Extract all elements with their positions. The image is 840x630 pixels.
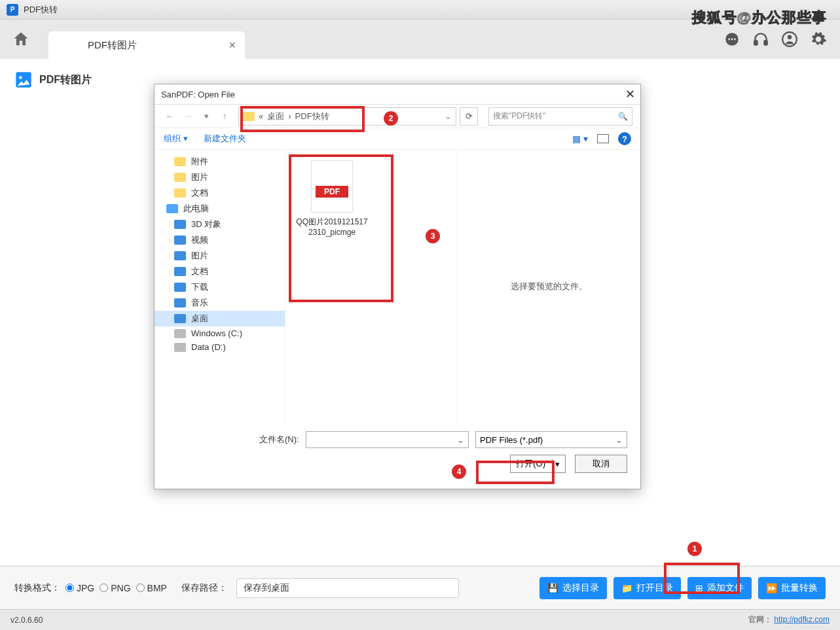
refresh-icon[interactable]: ⟳ bbox=[460, 107, 478, 126]
blue-icon bbox=[174, 267, 186, 276]
chat-icon[interactable] bbox=[723, 31, 740, 48]
tree-item-视频[interactable]: 视频 bbox=[155, 232, 285, 248]
folder-icon bbox=[174, 188, 186, 198]
annotation-badge-1: 1 bbox=[687, 542, 702, 556]
folder-icon bbox=[174, 173, 186, 182]
dialog-toolbar: 组织 ▾ 新建文件夹 ▦ ▾ ? bbox=[155, 128, 640, 150]
preview-message: 选择要预览的文件。 bbox=[511, 281, 587, 292]
file-item-pdf[interactable]: QQ图片20191215172310_picmge bbox=[296, 160, 368, 237]
chevron-down-icon[interactable]: ⌄ bbox=[445, 111, 452, 121]
help-icon[interactable]: ? bbox=[618, 132, 631, 145]
save-path-label: 保存路径： bbox=[181, 582, 227, 594]
svg-rect-4 bbox=[754, 41, 757, 44]
headphones-icon[interactable] bbox=[752, 31, 769, 48]
tree-item-label: 音乐 bbox=[191, 297, 208, 309]
open-file-dialog: SanPDF: Open File ✕ ← → ▾ ↑ « 桌面 › PDF快转… bbox=[154, 84, 641, 489]
search-icon[interactable]: 🔍 bbox=[618, 112, 628, 121]
view-mode-icon[interactable]: ▦ ▾ bbox=[572, 133, 588, 144]
annotation-badge-3: 3 bbox=[426, 229, 440, 243]
tree-item-音乐[interactable]: 音乐 bbox=[155, 295, 285, 311]
new-folder-button[interactable]: 新建文件夹 bbox=[204, 133, 246, 145]
save-path-input[interactable]: 保存到桌面 bbox=[236, 578, 459, 598]
blue-icon bbox=[174, 236, 186, 245]
tree-item-此电脑[interactable]: 此电脑 bbox=[155, 201, 285, 217]
breadcrumb-part-1[interactable]: PDF快转 bbox=[295, 111, 329, 122]
tree-item-文档[interactable]: 文档 bbox=[155, 185, 285, 201]
blue-icon bbox=[174, 220, 186, 229]
batch-convert-button[interactable]: ⏩批量转换 bbox=[758, 577, 826, 599]
nav-recent-icon[interactable]: ▾ bbox=[199, 111, 213, 121]
folder-tree[interactable]: 附件图片文档此电脑3D 对象视频图片文档下载音乐桌面Windows (C:)Da… bbox=[155, 150, 285, 423]
tree-item-label: Windows (C:) bbox=[191, 328, 242, 338]
nav-back-icon[interactable]: ← bbox=[162, 111, 177, 121]
tree-item-桌面[interactable]: 桌面 bbox=[155, 311, 285, 326]
radio-bmp[interactable]: BMP bbox=[136, 583, 167, 593]
tree-item-图片[interactable]: 图片 bbox=[155, 248, 285, 264]
format-label: 转换格式： bbox=[14, 582, 60, 594]
search-input[interactable]: 搜索"PDF快转" 🔍 bbox=[488, 107, 632, 126]
folder-icon bbox=[174, 157, 186, 166]
pdf-file-icon bbox=[311, 160, 353, 213]
open-dropdown-icon[interactable]: ▾ bbox=[552, 459, 560, 469]
tree-item-label: 附件 bbox=[191, 156, 208, 167]
tree-item-label: 3D 对象 bbox=[191, 219, 221, 230]
watermark-text: 搜狐号@办公那些事 bbox=[692, 8, 827, 27]
tree-item-附件[interactable]: 附件 bbox=[155, 154, 285, 169]
radio-jpg[interactable]: JPG bbox=[65, 583, 94, 593]
nav-up-icon[interactable]: ↑ bbox=[217, 111, 232, 121]
app-title: PDF快转 bbox=[24, 4, 58, 16]
dialog-close-icon[interactable]: ✕ bbox=[625, 87, 635, 101]
tree-item-label: 视频 bbox=[191, 234, 208, 246]
tree-item-Data (D:)[interactable]: Data (D:) bbox=[155, 340, 285, 354]
tree-item-图片[interactable]: 图片 bbox=[155, 169, 285, 185]
site-label: 官网： bbox=[748, 615, 772, 624]
breadcrumb-prefix: « bbox=[259, 111, 263, 121]
pc-icon bbox=[166, 204, 178, 213]
tree-item-下载[interactable]: 下载 bbox=[155, 279, 285, 295]
choose-dir-button[interactable]: 💾选择目录 bbox=[539, 577, 607, 599]
home-icon[interactable] bbox=[12, 30, 30, 48]
organize-menu[interactable]: 组织 ▾ bbox=[164, 133, 188, 145]
blue-icon bbox=[174, 283, 186, 292]
dialog-bottom: 文件名(N): ⌄ PDF Files (*.pdf) ⌄ 打开(O) ▾ 取消 bbox=[155, 423, 640, 481]
chevron-right-icon: › bbox=[288, 111, 291, 121]
tree-item-Windows (C:)[interactable]: Windows (C:) bbox=[155, 326, 285, 340]
annotation-badge-4: 4 bbox=[452, 464, 466, 479]
user-icon[interactable] bbox=[781, 31, 798, 48]
open-button[interactable]: 打开(O) ▾ bbox=[510, 455, 566, 473]
open-dir-button[interactable]: 📁打开目录 bbox=[613, 577, 681, 599]
status-bar: v2.0.6.60 官网： http://pdfkz.com bbox=[0, 609, 840, 630]
cancel-button[interactable]: 取消 bbox=[575, 455, 627, 473]
gear-icon[interactable] bbox=[810, 31, 827, 48]
folder-icon: 📁 bbox=[621, 583, 632, 593]
radio-png[interactable]: PNG bbox=[100, 583, 130, 593]
breadcrumb-part-0[interactable]: 桌面 bbox=[267, 111, 284, 122]
tree-item-3D 对象[interactable]: 3D 对象 bbox=[155, 217, 285, 232]
filename-label: 文件名(N): bbox=[259, 434, 299, 446]
tree-item-label: Data (D:) bbox=[191, 342, 226, 352]
add-file-button[interactable]: ⊞添加文件 bbox=[687, 577, 752, 599]
save-icon: 💾 bbox=[547, 583, 558, 593]
tree-item-label: 文档 bbox=[191, 266, 208, 277]
tab-pdf-to-image[interactable]: PDF转图片 × bbox=[48, 31, 245, 59]
close-tab-icon[interactable]: × bbox=[228, 39, 236, 52]
preview-pane-toggle-icon[interactable] bbox=[597, 134, 609, 143]
file-list[interactable]: QQ图片20191215172310_picmge bbox=[285, 150, 457, 423]
folder-icon bbox=[243, 112, 255, 121]
pdf-to-image-icon bbox=[14, 71, 33, 89]
version-text: v2.0.6.60 bbox=[10, 616, 43, 625]
tree-item-label: 图片 bbox=[191, 250, 208, 262]
svg-point-7 bbox=[788, 35, 792, 40]
breadcrumb[interactable]: « 桌面 › PDF快转 ⌄ bbox=[238, 107, 456, 126]
annotation-badge-2: 2 bbox=[384, 111, 398, 126]
drv-icon bbox=[174, 329, 186, 338]
plus-icon: ⊞ bbox=[695, 583, 703, 593]
filetype-select[interactable]: PDF Files (*.pdf) ⌄ bbox=[475, 431, 627, 448]
tree-item-文档[interactable]: 文档 bbox=[155, 264, 285, 279]
dialog-title: SanPDF: Open File bbox=[161, 90, 235, 99]
open-button-label: 打开(O) bbox=[516, 458, 545, 470]
tree-item-label: 图片 bbox=[191, 171, 208, 183]
filename-input[interactable]: ⌄ bbox=[306, 431, 469, 448]
svg-point-9 bbox=[19, 76, 22, 79]
site-link[interactable]: http://pdfkz.com bbox=[774, 615, 830, 624]
